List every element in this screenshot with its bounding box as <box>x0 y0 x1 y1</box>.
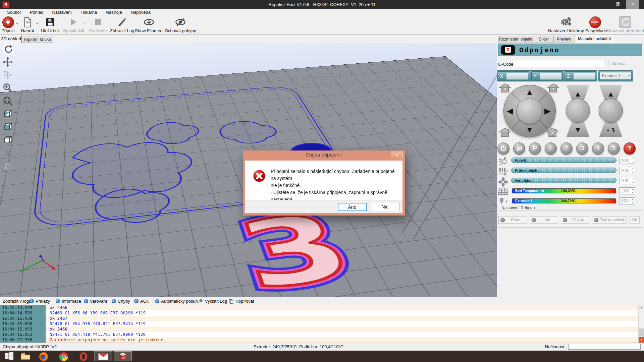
close-button[interactable]: × <box>626 0 639 9</box>
copy-log-button[interactable]: Kopírovat <box>229 298 254 304</box>
extruder-temp-label: Extruder 1 <box>513 199 536 203</box>
toggle-ack[interactable]: ACK <box>134 298 149 304</box>
menu-tiskarna[interactable]: Tiskárna <box>76 10 101 15</box>
preset-1-button[interactable]: 1 <box>545 142 557 155</box>
scroll-up-arrow[interactable]: ▲ <box>639 305 644 310</box>
flow-slider[interactable]: Průtok plastu <box>511 168 616 173</box>
restore-button[interactable] <box>616 0 626 9</box>
tab-temperature-curve[interactable]: Teplotní křivka <box>21 36 53 43</box>
isometric-view-button[interactable] <box>2 108 13 119</box>
load-button[interactable]: Nahrát <box>19 16 36 34</box>
minimize-button[interactable]: – <box>606 0 616 9</box>
move-view-button[interactable] <box>2 57 13 67</box>
zoom-fit-button[interactable] <box>2 96 13 106</box>
printer-settings-button[interactable]: Nastavení tiskárny <box>547 16 585 34</box>
z-position-field[interactable] <box>573 73 595 80</box>
menu-nastaveni[interactable]: Nastavení <box>48 10 76 15</box>
motors-off-button[interactable] <box>513 142 525 155</box>
hide-moves-button[interactable]: Schovat pohyby <box>165 16 196 34</box>
y-plus-arrow[interactable]: ▲ <box>526 87 534 97</box>
tab-manual-control[interactable]: Manuální ovládání <box>575 35 614 43</box>
y-position[interactable]: Y <box>531 71 563 80</box>
yes-button[interactable]: Áno <box>338 203 367 211</box>
x-minus-arrow[interactable]: ◀ <box>507 106 513 116</box>
scroll-down-arrow[interactable]: ▼ <box>639 337 644 343</box>
speed-slider[interactable]: Pohyb <box>511 158 616 163</box>
scroll-thumb[interactable] <box>639 328 644 337</box>
toggle-warnings[interactable]: Varování <box>84 298 107 304</box>
firefox-button[interactable] <box>39 352 48 361</box>
zoom-in-button[interactable] <box>2 82 13 93</box>
x-position-field[interactable] <box>506 73 528 80</box>
connect-dropdown-arrow[interactable]: ▾ <box>16 21 18 25</box>
xy-jog-knob[interactable] <box>517 98 543 124</box>
fan-spinner[interactable]: 100 ▲▼ <box>619 177 635 184</box>
connect-button[interactable]: Připojit <box>0 16 16 34</box>
front-view-button[interactable] <box>2 121 13 132</box>
extruder-jog-knob[interactable] <box>599 99 623 123</box>
tab-3d-preview[interactable]: 3D náhled <box>1 35 21 43</box>
toggle-commands[interactable]: Příkazy <box>30 298 50 304</box>
tab-object-placement[interactable]: Rozmístění objektů <box>498 36 534 43</box>
parallel-projection-button[interactable]: // <box>2 148 13 159</box>
front-view-icon <box>3 122 13 131</box>
tab-slicer[interactable]: Slicer <box>535 36 553 43</box>
opera-icon <box>79 352 88 361</box>
trash-small-icon <box>199 299 203 304</box>
file-explorer-button[interactable] <box>21 352 30 360</box>
preset-4-button[interactable]: 4 <box>592 142 604 155</box>
menu-napoveda[interactable]: Nápověda <box>126 10 155 15</box>
extruder-temp-bar[interactable]: Extruder 1 249,70°C <box>512 198 616 203</box>
park-button[interactable]: P <box>529 142 541 155</box>
easy-mode-button[interactable]: EASY Easy Mode <box>585 16 605 34</box>
no-button[interactable]: Nie <box>371 203 399 211</box>
bed-temp-spinner[interactable]: 110 ▲▼ <box>619 187 635 194</box>
toggle-info[interactable]: Informace <box>56 298 81 304</box>
tab-preview[interactable]: Preview <box>553 36 574 43</box>
dialog-close-button[interactable]: × <box>391 152 403 159</box>
fan-slider[interactable]: Ventilátor <box>511 178 616 183</box>
save-print-button[interactable]: Uložit tisk <box>38 16 62 34</box>
help-button[interactable]: ? <box>624 142 636 155</box>
start-button[interactable] <box>5 352 13 360</box>
show-filament-button[interactable]: Show Filament <box>135 16 163 34</box>
x-plus-arrow[interactable]: ▶ <box>544 106 550 116</box>
opera-button[interactable] <box>79 352 88 361</box>
power-button[interactable] <box>497 142 509 155</box>
preset-5-button[interactable]: 5 <box>608 142 620 155</box>
clear-log-button[interactable]: Vyčistit Log <box>199 298 227 304</box>
load-dropdown-arrow[interactable]: ▾ <box>36 21 38 25</box>
show-log-button[interactable]: Zobrazit Log <box>110 16 134 34</box>
bed-temp-bar[interactable]: Bed Temperature 109,39°C <box>512 188 616 193</box>
cancel-print-button[interactable]: Zrušit tisk <box>88 16 109 34</box>
z-jog-knob[interactable] <box>566 99 590 123</box>
rotate-view-button[interactable] <box>2 44 14 55</box>
start-print-button[interactable]: Spustit tisk <box>63 16 83 34</box>
repetier-taskbar-button[interactable]: R <box>114 351 132 361</box>
log-output[interactable]: 16:34:14.599ok 2466 16:34:14.599N2469 G1… <box>0 305 644 343</box>
extruder-select[interactable]: Extruder 1 ▾ <box>599 72 632 80</box>
menu-nastroje[interactable]: Nástroje <box>101 10 126 15</box>
preset-3-button[interactable]: 3 <box>576 142 588 155</box>
gcode-label: G-Code: <box>498 62 515 67</box>
emergency-stop-button: Nouzové přerušení <box>607 16 643 34</box>
flow-icon <box>498 167 509 176</box>
z-position[interactable]: Z <box>565 71 596 80</box>
speed-spinner[interactable]: 100 ▲▼ <box>619 157 635 164</box>
y-minus-arrow[interactable]: ▼ <box>526 125 534 134</box>
gcode-input[interactable] <box>513 60 605 67</box>
extruder-temp-spinner[interactable]: 250 ▲▼ <box>619 197 635 204</box>
toggle-errors[interactable]: Chyby <box>112 298 130 304</box>
preset-2-button[interactable]: 2 <box>560 142 573 155</box>
chrome-button[interactable] <box>59 352 68 361</box>
x-position[interactable]: X <box>498 71 529 80</box>
menu-soubor[interactable]: Soubor <box>3 10 25 15</box>
top-view-button[interactable] <box>2 134 13 145</box>
toggle-autoscroll[interactable]: Automatický posun <box>155 298 198 304</box>
mail-app-button[interactable] <box>94 351 112 361</box>
debug-echo-button: Echo <box>498 216 527 224</box>
menu-pohled[interactable]: Pohled <box>25 10 48 15</box>
log-scrollbar[interactable]: ▲ ▼ <box>638 305 644 343</box>
flow-spinner[interactable]: 100 ▲▼ <box>619 167 635 174</box>
y-position-field[interactable] <box>540 73 562 80</box>
